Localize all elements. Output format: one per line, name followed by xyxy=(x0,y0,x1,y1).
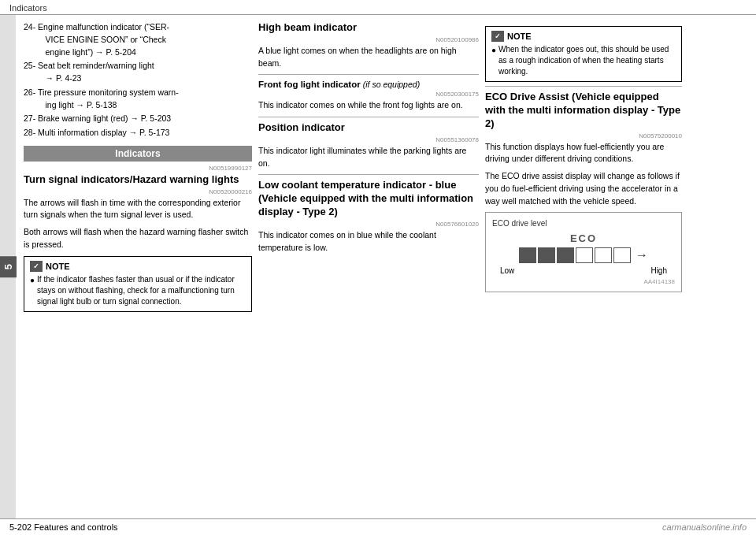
fog-light-title: Front fog light indicator xyxy=(258,80,361,89)
eco-label: ECO xyxy=(570,232,597,244)
eco-seg-1 xyxy=(519,247,536,263)
divider-2 xyxy=(258,117,479,117)
indicators-box: Indicators xyxy=(24,146,252,162)
eco-ref: N00579200010 xyxy=(485,132,682,139)
high-beam-title: High beam indicator xyxy=(258,21,479,35)
list-items: 24- Engine malfunction indicator (“SER- … xyxy=(24,21,252,139)
note-text-2: ● When the indicator goes out, this shou… xyxy=(491,44,676,77)
note-bullet-text-1: If the indicator flashes faster than usu… xyxy=(37,274,246,307)
footer-right: carmanualsonline.info xyxy=(662,522,747,532)
note-bullet-2: ● When the indicator goes out, this shou… xyxy=(491,44,676,77)
eco-text2: The ECO drive assist display will change… xyxy=(485,170,682,207)
list-item-25: 25- Seat belt reminder/warning light → P… xyxy=(24,60,252,85)
note-header-2: ✓ NOTE xyxy=(491,31,676,42)
eco-bar-container: ECO xyxy=(492,232,675,285)
divider-3 xyxy=(258,174,479,175)
fog-light-subtitle: (if so equipped) xyxy=(363,80,420,89)
turn-signal-text2: Both arrows will flash when the hazard w… xyxy=(24,226,252,251)
turn-signal-text1: The arrows will flash in time with the c… xyxy=(24,197,252,222)
eco-diagram-ref: AA4I14138 xyxy=(492,278,675,285)
content-area: 5 24- Engine malfunction indicator (“SER… xyxy=(0,15,756,518)
eco-title: ECO Drive Assist (Vehicle equipped with … xyxy=(485,91,682,131)
note-bullet-1: ● If the indicator flashes faster than u… xyxy=(30,274,246,307)
ref-code-2: N00520000216 xyxy=(24,188,252,195)
eco-diagram: ECO drive level ECO xyxy=(485,212,682,292)
footer-bar: 5-202 Features and controls carmanualson… xyxy=(0,518,756,535)
eco-seg-5 xyxy=(595,247,612,263)
two-col-layout: 24- Engine malfunction indicator (“SER- … xyxy=(24,21,748,512)
list-item-27: 27- Brake warning light (red) → P. 5-203 xyxy=(24,113,252,125)
coolant-title: Low coolant temperature indicator - blue… xyxy=(258,179,479,219)
fog-light-ref: N00520300175 xyxy=(258,91,479,98)
eco-seg-4 xyxy=(576,247,593,263)
bullet-icon-2: ● xyxy=(491,45,496,56)
note-bullet-text-2: When the indicator goes out, this should… xyxy=(498,44,676,77)
position-ref: N00551360078 xyxy=(258,136,479,143)
bullet-icon-1: ● xyxy=(30,275,35,286)
eco-diagram-title: ECO drive level xyxy=(492,219,675,228)
indicators-label: Indicators xyxy=(115,148,160,159)
note-label-1: NOTE xyxy=(46,262,70,271)
divider-1 xyxy=(258,74,479,75)
list-item-26: 26- Tire pressure monitoring system warn… xyxy=(24,87,252,112)
note-icon-2: ✓ xyxy=(491,31,504,42)
top-label: Indicators xyxy=(9,3,47,13)
note-text-1: ● If the indicator flashes faster than u… xyxy=(30,274,246,307)
fog-light-header: Front fog light indicator (if so equippe… xyxy=(258,79,479,91)
top-bar: Indicators xyxy=(0,0,756,15)
high-beam-ref: N00520100986 xyxy=(258,36,479,43)
note-header-1: ✓ NOTE xyxy=(30,261,246,272)
left-sidebar: 5 xyxy=(0,15,16,518)
ref-code-1: N00519990127 xyxy=(24,165,252,172)
page: Indicators 5 24- Engine malfunction indi… xyxy=(0,0,756,535)
position-text: This indicator light illuminates while t… xyxy=(258,145,479,170)
eco-high-label: High xyxy=(650,266,667,275)
eco-arrow: → xyxy=(636,248,648,262)
list-item-28: 28- Multi information display → P. 5-173 xyxy=(24,127,252,139)
note-label-2: NOTE xyxy=(507,32,532,41)
eco-bar-wrapper: → xyxy=(492,247,675,263)
eco-seg-2 xyxy=(538,247,555,263)
col-right: ✓ NOTE ● When the indicator goes out, th… xyxy=(485,21,682,512)
footer-left: 5-202 Features and controls xyxy=(9,522,118,532)
col-middle: High beam indicator N00520100986 A blue … xyxy=(258,21,479,512)
fog-light-text: This indicator comes on while the front … xyxy=(258,99,479,112)
note-box-1: ✓ NOTE ● If the indicator flashes faster… xyxy=(24,256,252,312)
note-icon-1: ✓ xyxy=(30,261,43,272)
eco-seg-6 xyxy=(613,247,631,263)
divider-4 xyxy=(485,86,682,87)
col-left: 24- Engine malfunction indicator (“SER- … xyxy=(24,21,252,512)
eco-low-label: Low xyxy=(500,266,514,275)
list-item-24: 24- Engine malfunction indicator (“SER- … xyxy=(24,21,252,58)
main-content: 24- Engine malfunction indicator (“SER- … xyxy=(16,15,756,518)
coolant-text: This indicator comes on in blue while th… xyxy=(258,229,479,254)
sidebar-number: 5 xyxy=(0,256,17,277)
eco-low-high: Low High xyxy=(492,266,675,275)
eco-bar xyxy=(519,247,631,263)
eco-text1: This function displays how fuel-efficien… xyxy=(485,141,682,166)
note-box-2: ✓ NOTE ● When the indicator goes out, th… xyxy=(485,26,682,82)
turn-signal-title: Turn signal indicators/Hazard warning li… xyxy=(24,173,252,187)
eco-seg-3 xyxy=(557,247,574,263)
high-beam-text: A blue light comes on when the headlight… xyxy=(258,45,479,70)
coolant-ref: N00576601020 xyxy=(258,221,479,228)
position-title: Position indicator xyxy=(258,121,479,135)
